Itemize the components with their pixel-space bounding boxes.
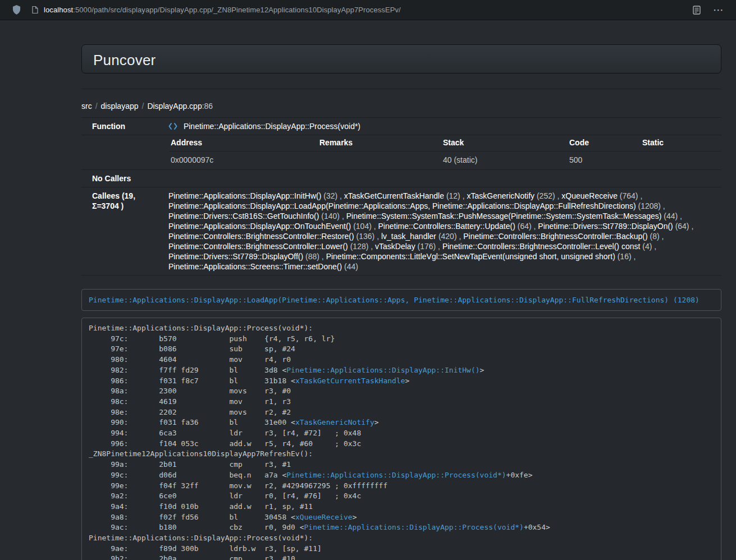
code-value: 500 [568,152,641,170]
callee-link[interactable]: xTaskGetCurrentTaskHandle [344,191,444,200]
overflow-menu-icon[interactable]: ⋯ [713,4,724,15]
breadcrumb-separator: / [142,102,144,111]
no-callers-empty-cell [164,170,721,187]
callee-link[interactable]: Pinetime::Applications::DisplayApp::OnTo… [168,222,351,231]
stats-header-row: Address Remarks Stack Code Static [170,135,721,152]
callees-row: Callees (19, Σ=3704 ) Pinetime::Applicat… [81,187,721,276]
reader-mode-icon[interactable] [693,6,701,15]
callee-link[interactable]: xTaskGenericNotify [467,191,534,200]
callee-link[interactable]: Pinetime::Controllers::BrightnessControl… [463,232,647,241]
callee-link[interactable]: lv_task_handler [381,232,436,241]
page-container: Puncover src/displayapp/DisplayApp.cpp:8… [81,44,721,560]
callee-link[interactable]: xQueueReceive [561,191,618,200]
address-value: 0x0000097c [170,152,318,170]
callee-link[interactable]: Pinetime::Controllers::Battery::Update() [378,222,515,231]
column-address: Address [170,135,318,152]
callee-link[interactable]: Pinetime::Controllers::BrightnessControl… [168,232,354,241]
callees-label: Callees (19, Σ=3704 ) [81,187,164,276]
symbol-stats-table: Address Remarks Stack Code Static 0x0000… [170,135,721,169]
breadcrumb-file[interactable]: DisplayApp.cpp [147,102,202,111]
function-label: Function [81,118,164,135]
code-symbol-link[interactable]: xTaskGetCurrentTaskHandle [295,377,405,385]
page-title-box: Puncover [81,44,721,74]
shield-icon[interactable] [12,5,21,15]
no-callers-row: No Callers [81,170,721,187]
url-host: localhost [44,6,73,14]
disassembly-code: Pinetime::Applications::DisplayApp::Proc… [81,318,721,560]
column-code: Code [568,135,641,152]
code-symbol-link[interactable]: xTaskGenericNotify [295,418,374,426]
callee-link[interactable]: Pinetime::Drivers::Cst816S::GetTouchInfo… [168,212,319,221]
breadcrumb-displayapp[interactable]: displayapp [101,102,139,111]
page-title: Puncover [93,52,710,69]
callee-link[interactable]: Pinetime::System::SystemTask::PushMessag… [346,212,662,221]
function-table: Function Pinetime::Applications::Display… [81,117,721,276]
code-symbol-link[interactable]: xQueueReceive [295,513,353,521]
callee-link[interactable]: Pinetime::Applications::DisplayApp::Init… [168,191,321,200]
column-remarks: Remarks [318,135,442,152]
remarks-value [318,152,442,170]
code-symbol-link[interactable]: Pinetime::Applications::DisplayApp::Proc… [304,523,524,531]
callees-list: Pinetime::Applications::DisplayApp::Init… [164,187,721,276]
column-stack: Stack [442,135,568,152]
highlighted-callee-link[interactable]: Pinetime::Applications::DisplayApp::Load… [89,296,700,304]
code-symbol-link[interactable]: Pinetime::Applications::DisplayApp::Init… [286,366,479,374]
static-value [641,152,721,170]
browser-toolbar: localhost:5000/path/src/displayapp/Displ… [0,0,736,20]
callee-link[interactable]: Pinetime::Controllers::BrightnessControl… [168,242,348,251]
stack-value: 40 (static) [442,152,568,170]
url-bar[interactable]: localhost:5000/path/src/displayapp/Displ… [44,6,401,14]
url-path: :5000/path/src/displayapp/DisplayApp.cpp… [73,6,401,14]
divider [81,89,721,89]
stats-value-row: 0x0000097c 40 (static) 500 [170,152,721,170]
breadcrumb-src[interactable]: src [81,102,92,111]
callee-link[interactable]: Pinetime::Applications::DisplayApp::Load… [168,201,636,210]
highlighted-callee-box: Pinetime::Applications::DisplayApp::Load… [81,289,721,311]
breadcrumb: src/displayapp/DisplayApp.cpp:86 [81,102,721,111]
callee-link[interactable]: Pinetime::Components::LittleVgl::SetNewT… [326,252,615,261]
page-proxy-icon[interactable] [31,6,39,14]
callee-link[interactable]: Pinetime::Drivers::St7789::DisplayOff() [168,252,303,261]
callee-link[interactable]: Pinetime::Drivers::St7789::DisplayOn() [538,222,673,231]
column-static: Static [641,135,721,152]
callee-link[interactable]: Pinetime::Applications::Screens::Timer::… [168,262,342,271]
function-symbol: Pinetime::Applications::DisplayApp::Proc… [184,122,360,131]
no-callers-label: No Callers [81,170,164,187]
breadcrumb-line-number: :86 [202,102,213,111]
symbol-type-icon [168,122,184,131]
function-row: Function Pinetime::Applications::Display… [81,118,721,135]
callee-link[interactable]: Pinetime::Controllers::BrightnessControl… [442,242,640,251]
details-row: Address Remarks Stack Code Static 0x0000… [81,135,721,170]
breadcrumb-separator: / [95,102,98,111]
details-label-empty [81,135,164,170]
callee-link[interactable]: vTaskDelay [375,242,415,251]
code-symbol-link[interactable]: Pinetime::Applications::DisplayApp::Proc… [286,471,506,479]
